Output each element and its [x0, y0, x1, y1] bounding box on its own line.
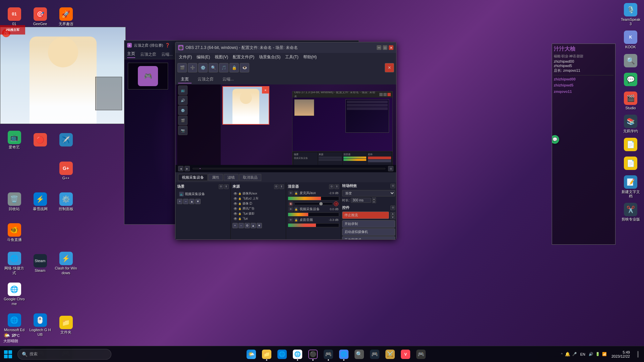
taskbar-notification-bell[interactable]: 🔔	[565, 352, 570, 357]
obs-mixer-settings[interactable]: ⚙	[329, 184, 334, 189]
obs-scene-remove[interactable]: −	[183, 199, 189, 204]
obs-source-down[interactable]: ▼	[257, 223, 262, 228]
taskbar-mic-icon[interactable]: 🎤	[572, 352, 577, 356]
icon-network[interactable]: 🌐 网络·快捷方式	[2, 248, 27, 279]
obs-source-add[interactable]: +	[232, 223, 238, 228]
inner-obs-max[interactable]	[383, 93, 387, 96]
game-tab-tft[interactable]: 云顶之弈	[140, 52, 156, 57]
obs-sources-filter[interactable]: ⬇	[279, 184, 284, 189]
obs-scenes-filter[interactable]: ⬇	[224, 184, 229, 189]
obs-source-row-1[interactable]: 👁 🔒 摄像风/aux	[233, 191, 283, 196]
taskbar-epic-tb[interactable]: 🎮	[414, 347, 428, 362]
obs-tool-settings[interactable]: ⚙️	[198, 63, 208, 72]
obs-source-eye-6[interactable]: 👁	[234, 218, 237, 220]
icon-wuyixueyue[interactable]: 📚 无羁学约	[622, 113, 639, 135]
obs-scenes-settings[interactable]: ⚙	[219, 184, 223, 189]
obs-transition-type[interactable]: 渐变 切割 淡入淡出	[342, 190, 395, 196]
taskbar-explorer[interactable]: 📁	[259, 347, 274, 362]
obs-toolbar-close[interactable]: ✕	[385, 63, 394, 72]
obs-panel-icon-4[interactable]: 🎬	[178, 116, 187, 125]
obs-tab-cloud[interactable]: 云端...	[220, 76, 236, 83]
obs-scene-up[interactable]: ▲	[189, 199, 195, 204]
obs-scene-add[interactable]: +	[177, 199, 182, 204]
obs-mixer-ch2-eye[interactable]: 👁	[288, 207, 293, 212]
obs-mixer-ch3-eye[interactable]: 👁	[288, 218, 293, 222]
taskbar-obs[interactable]: ⚫	[306, 347, 320, 362]
obs-menu-edit[interactable]: 编辑(E)	[195, 54, 212, 61]
obs-menu-file[interactable]: 文件(F)	[177, 54, 194, 61]
taskbar-chrome[interactable]: 🌐	[290, 347, 305, 362]
icon-files[interactable]: 📁 文件夹	[53, 310, 78, 340]
obs-virtual-cam[interactable]: 启动虚拟摄像机	[342, 228, 395, 236]
obs-studio-mode[interactable]: 工作室模式	[342, 236, 395, 239]
obs-source-up[interactable]: ▲	[251, 223, 256, 228]
obs-nav-next[interactable]: ▶	[184, 166, 190, 171]
taskbar-lang-btn[interactable]: EN	[579, 352, 587, 356]
icon-newfile[interactable]: 📝 新建文字文档	[619, 174, 642, 200]
icon-thunder[interactable]: ⚡ 暴雪战网	[28, 187, 53, 217]
obs-start-record[interactable]: 开始录制	[342, 220, 395, 228]
obs-mixer-ch3-lock[interactable]: 🔒	[294, 218, 299, 222]
obs-source-remove[interactable]: −	[238, 223, 244, 228]
obs-stream-arrow-up[interactable]: ▲	[390, 212, 395, 216]
icon-teamspeak[interactable]: 🎙️ TeamSpeak 3	[619, 2, 642, 27]
obs-nav-prev[interactable]: ◀	[178, 166, 183, 171]
taskbar-search-bar[interactable]: 🔍 搜索	[17, 349, 111, 360]
obs-source-row-3[interactable]: 👁 🔒 摄像 ②	[233, 201, 283, 206]
obs-mixer-ch1-mute[interactable]: 🔇	[288, 201, 293, 206]
obs-mixer-ch1-eye[interactable]: 👁	[288, 191, 293, 195]
icon-kook[interactable]: K KOOK	[623, 29, 639, 51]
icon-steam[interactable]: Steam Steam	[28, 248, 53, 279]
obs-duration-input[interactable]	[351, 198, 371, 203]
obs-source-row-5[interactable]: 👁 🔒 飞ai 摄影	[233, 211, 283, 216]
icon-file-right[interactable]: 📄	[623, 136, 639, 154]
obs-mixer-ch1-lock[interactable]: 🔒	[294, 191, 299, 195]
obs-webcam-close[interactable]: ✕	[262, 87, 269, 94]
icon-wechat-right[interactable]: 💬	[623, 71, 639, 88]
obs-source-eye-5[interactable]: 👁	[234, 213, 237, 215]
icon-studio-right[interactable]: 🎬 Studio	[623, 90, 639, 112]
taskbar-search2[interactable]: 🔍	[352, 347, 367, 362]
icon-chrome-desktop[interactable]: 🌐 Google Chrome	[2, 279, 27, 309]
obs-panel-icon-5[interactable]: 📷	[178, 126, 187, 135]
obs-duration-up[interactable]: ▲	[372, 197, 376, 200]
obs-tab-cancel[interactable]: 取消装品	[239, 174, 261, 181]
obs-tab-filters[interactable]: 滤镜	[224, 174, 238, 181]
inner-obs-min[interactable]	[379, 93, 383, 96]
icon-file2-right[interactable]: 📄	[623, 155, 639, 172]
taskbar-riot-tb[interactable]: ⚔️	[383, 347, 397, 362]
obs-maximize-button[interactable]: □	[383, 45, 387, 50]
taskbar-notification-area[interactable]	[635, 347, 641, 362]
taskbar-game1[interactable]: 🎮	[321, 347, 336, 362]
game-tab-main[interactable]: 主页	[127, 51, 135, 58]
obs-close-button[interactable]: ✕	[389, 45, 393, 50]
obs-mixer-filter[interactable]: ⬇	[334, 184, 339, 189]
obs-sources-settings[interactable]: ⚙	[274, 184, 279, 189]
taskbar-show-hidden[interactable]: ^	[561, 352, 562, 356]
obs-stream-arrow-down[interactable]: ▼	[390, 216, 395, 219]
obs-menu-view[interactable]: 视图(V)	[213, 54, 230, 61]
obs-stop-stream[interactable]: 停止推流	[342, 212, 389, 219]
obs-menu-tools[interactable]: 工具(T)	[283, 54, 300, 61]
icon-clashwin[interactable]: ⚡ Clash for Windows	[53, 248, 78, 279]
obs-zoom-fit[interactable]: ⊞	[388, 166, 393, 171]
icon-paperplane[interactable]: ✈️	[53, 125, 78, 155]
obs-source-row-6[interactable]: 👁 🔒 飞ai	[233, 216, 283, 221]
taskbar-widgets[interactable]: 🌤️	[244, 347, 259, 362]
taskbar-battery-icon[interactable]: 🔋	[595, 352, 600, 356]
icon-ctrlpanel[interactable]: ⚙️ 控制面板	[53, 187, 78, 217]
obs-tab-properties[interactable]: 属性	[208, 174, 223, 181]
obs-tab-video-capture[interactable]: 视频采集设备	[178, 174, 208, 181]
obs-minimize-button[interactable]: ─	[377, 45, 381, 50]
obs-panel-icon-2[interactable]: 🔊	[178, 96, 187, 105]
taskbar-valorant-tb[interactable]: V	[398, 347, 413, 362]
obs-source-eye-3[interactable]: 👁	[234, 202, 237, 205]
obs-tool-filter[interactable]: 🔍	[209, 63, 218, 72]
obs-mixer-ch1-gear[interactable]: ⚙	[334, 201, 338, 206]
inner-obs-close[interactable]	[387, 93, 391, 96]
obs-source-settings[interactable]: ⚙	[245, 223, 250, 228]
obs-mixer-ch2-lock[interactable]: 🔒	[294, 207, 299, 212]
obs-menu-scenes[interactable]: 场景集合(S)	[257, 54, 282, 61]
icon-unknown1[interactable]: 🔴	[28, 125, 53, 155]
icon-cut[interactable]: ✂️ 剪映专业版	[620, 201, 641, 223]
